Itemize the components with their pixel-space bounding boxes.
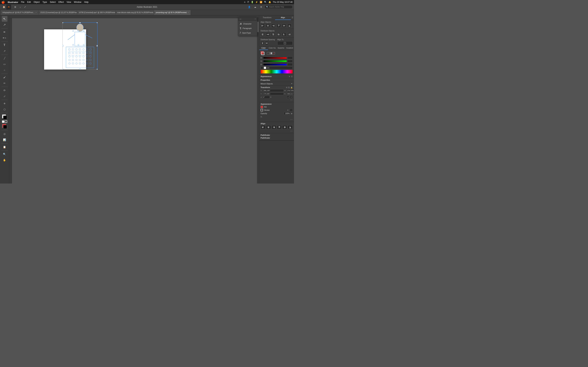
rotate-tool[interactable]: ⟳ [2,88,7,93]
transform-link-icon[interactable]: ⛓ [288,86,290,88]
menu-view[interactable]: View [67,1,71,3]
menu-edit[interactable]: Edit [27,1,31,3]
stroke-weight-up[interactable]: ↑ [290,109,293,111]
stroke-color-swatch[interactable] [260,109,263,111]
menu-help[interactable]: Help [84,1,88,3]
text-tool[interactable]: T [2,42,7,48]
canvas-vscroll[interactable] [257,18,259,184]
gradient-mode-icon[interactable] [270,52,272,55]
cloud-icon[interactable]: ☁ [253,5,258,9]
color-tab-color[interactable]: Color [259,46,268,50]
apple-menu[interactable]: 🍎 [1,0,5,4]
line-tool[interactable]: ╱ [2,55,7,61]
none-mode-icon[interactable] [272,52,275,55]
x-input[interactable] [263,89,284,92]
align-bottom[interactable] [287,24,291,28]
appearance-menu[interactable]: ☰ [291,75,293,77]
align-tab[interactable]: Align [275,15,291,20]
tab-bitcoin[interactable]: man-bitcoin-stats.svg @ 55,81 % (RGB/Pre… [115,10,154,15]
stroke-btn[interactable] [5,120,7,123]
stroke-swatch[interactable] [261,52,264,55]
search-icon[interactable]: 🔍 [264,1,267,3]
rect-tool[interactable]: ▭ [2,61,7,67]
menu-select[interactable]: Select [50,1,56,3]
distrib-top[interactable] [260,33,264,36]
hand-tool[interactable]: ✋ [2,157,7,163]
h-input[interactable] [287,92,294,95]
add-anchor-tool[interactable]: ✒+ [2,35,7,41]
white-swatch[interactable] [264,67,266,69]
column-graph-tool[interactable]: 📊 [2,137,7,143]
angle-input[interactable] [263,96,270,99]
flip-h-btn[interactable]: ⇔ [287,96,289,99]
y-input[interactable] [263,92,284,95]
search-bar[interactable]: 🔍 Search Adobe Help [265,5,293,9]
ellipse-tool[interactable]: ○ [2,67,7,73]
menu-window[interactable]: Window [74,1,81,3]
full-screen-btn[interactable]: ⤢ [23,5,27,9]
active-color-swatch[interactable] [1,123,8,130]
menu-object[interactable]: Object [34,1,40,3]
flip-v-btn[interactable]: ⇕ [290,96,293,99]
distrib-right[interactable] [287,33,291,36]
layout-btn[interactable]: ⊞ [13,5,18,9]
canvas-vscroll-thumb[interactable] [257,22,259,32]
align-right[interactable] [271,24,275,28]
align-center-v[interactable] [282,24,286,28]
free-transform-tool[interactable]: ⬡ [2,107,7,112]
opentype-item[interactable]: f OpenType [238,31,257,35]
fill-none-stroke[interactable] [1,120,8,123]
align-more-menu[interactable]: ⋯ [260,130,293,133]
distrib-space-v[interactable] [260,41,264,45]
w-input[interactable] [287,89,294,92]
tab-infographics[interactable]: Infographics.ai* @ 66,67 % (RGB/Previ...… [1,10,38,15]
align-sub-bottom[interactable] [287,125,293,129]
align-sub-vcenter[interactable] [282,125,287,129]
opacity-input[interactable] [284,112,290,115]
angle-dropdown[interactable]: ▼ [270,96,272,98]
fill-row[interactable]: Fill [260,106,293,108]
align-left[interactable] [260,24,264,28]
menu-effect[interactable]: Effect [59,1,64,3]
align-to-btn[interactable] [277,41,293,45]
align-sub-top[interactable] [277,125,282,129]
align-sub-right[interactable] [271,125,277,129]
stroke-row[interactable]: Stroke ▼ ↑ [260,109,293,111]
distrib-bottom[interactable] [271,33,275,36]
color-spectrum[interactable] [260,70,293,73]
expand-btn[interactable]: ⬦ [18,5,23,9]
canvas-area[interactable]: — × A Character ¶ Paragraph f OpenType [9,15,259,184]
scale-tool[interactable]: ⤢ [2,93,7,99]
settings-icon[interactable]: ⚙ [259,5,264,9]
appearance-collapse[interactable]: ▼ [289,75,290,77]
g-input[interactable] [287,60,293,63]
normal-mode-icon[interactable] [267,52,269,55]
touch-type-tool[interactable]: ↗ [2,48,7,54]
transform-aspect-lock[interactable]: 🔒 [291,86,293,88]
align-sub-hcenter[interactable] [266,125,271,129]
g-slider[interactable] [263,60,287,62]
zoom-tool[interactable]: 🔍 [2,151,7,157]
character-item[interactable]: A Character [238,22,257,26]
r-slider[interactable] [263,57,287,58]
character-panel-close[interactable]: × [255,18,256,20]
tab-close-presenting[interactable]: × [188,12,189,13]
opacity-arrow[interactable]: ▶ [291,113,293,115]
symbol-sprayer[interactable]: ◎ [2,131,7,137]
color-tab-guide[interactable]: Color Gu [268,46,277,50]
user-icon[interactable]: 👤 [247,5,252,9]
color-tab-gradient[interactable]: Gradient [285,46,294,50]
artboard-tool[interactable]: 📋 [2,144,7,150]
stroke-options-arrow[interactable]: ▼ [287,109,289,111]
align-center-h[interactable] [266,24,270,28]
panel-menu-btn[interactable]: ☰ [291,15,294,20]
distrib-left[interactable] [277,33,281,36]
warp-tool[interactable]: ⊕ [2,101,7,106]
r-input[interactable] [287,57,293,59]
selection-tool[interactable]: ↖ [2,16,7,22]
align-sub-left[interactable] [260,125,266,129]
appearance-more-menu[interactable]: ⋯ [260,118,293,121]
fill-color-swatch[interactable] [260,106,263,108]
black-swatch[interactable] [260,67,263,69]
distrib-hcenter[interactable] [282,33,286,36]
